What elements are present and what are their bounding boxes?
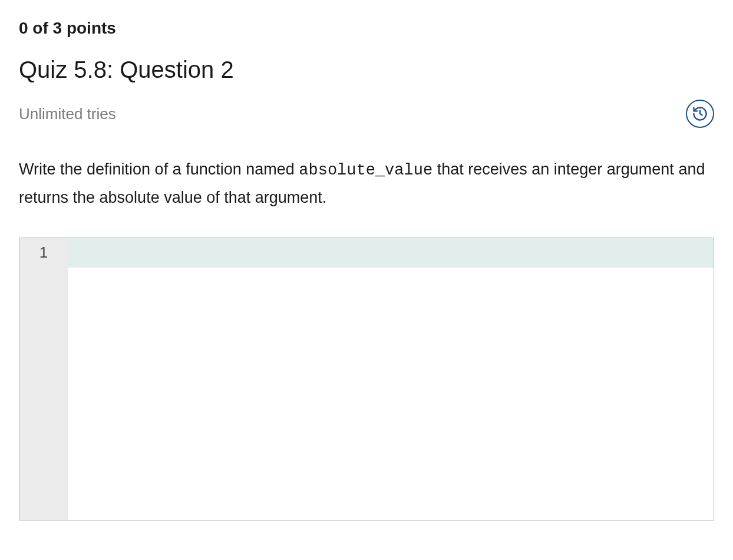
tries-label: Unlimited tries: [19, 105, 116, 123]
code-editor[interactable]: 1: [19, 238, 714, 521]
function-name-code: absolute_value: [299, 162, 432, 179]
history-button[interactable]: [686, 100, 714, 128]
points-label: 0 of 3 points: [19, 19, 714, 38]
question-title: Quiz 5.8: Question 2: [19, 57, 714, 83]
code-gutter: 1: [19, 238, 68, 520]
instructions-prefix: Write the definition of a function named: [19, 160, 299, 178]
history-icon: [692, 106, 708, 122]
question-instructions: Write the definition of a function named…: [19, 156, 714, 212]
line-number: 1: [19, 238, 68, 268]
code-area[interactable]: [68, 238, 714, 520]
tries-row: Unlimited tries: [19, 100, 714, 128]
